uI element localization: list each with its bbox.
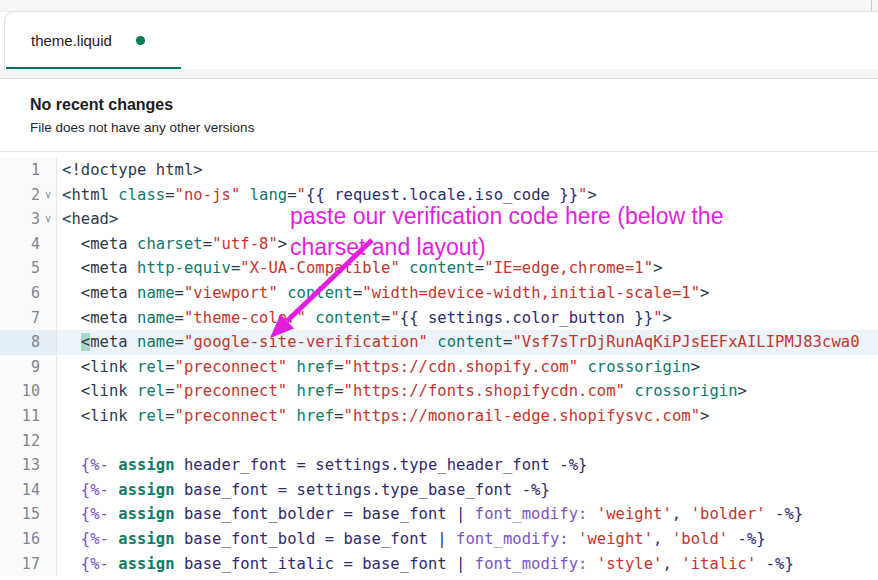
gutter: 14 [0,478,57,503]
version-panel: No recent changes File does not have any… [0,79,878,152]
line-number: 12 [0,429,40,454]
fold-spacer [40,330,56,355]
gutter: 1 [0,158,57,183]
fold-spacer [40,478,56,503]
fold-spacer [40,552,56,577]
gutter: 3∨ [0,207,57,232]
code-line-10[interactable]: 10 <link rel="preconnect" href="https://… [0,379,878,404]
gutter: 4 [0,232,57,257]
fold-spacer [40,453,56,478]
code-line-15[interactable]: 15 {%- assign base_font_bolder = base_fo… [0,502,878,527]
fold-spacer [40,355,56,380]
tab-theme-liquid[interactable]: theme.liquid [5,12,175,69]
code-line-9[interactable]: 9 <link rel="preconnect" href="https://c… [0,355,878,380]
line-number: 13 [0,453,40,478]
fold-spacer [40,429,56,454]
code-text[interactable]: <link rel="preconnect" href="https://fon… [57,379,878,404]
code-line-5[interactable]: 5 <meta http-equiv="X-UA-Compatible" con… [0,256,878,281]
fold-spacer [40,527,56,552]
gutter: 16 [0,527,57,552]
line-number: 17 [0,552,40,577]
gutter: 11 [0,404,57,429]
fold-spacer [40,281,56,306]
line-number: 14 [0,478,40,503]
code-line-8[interactable]: 8 <meta name="google-site-verification" … [0,330,878,355]
fold-spacer [40,158,56,183]
code-line-4[interactable]: 4 <meta charset="utf-8"> [0,232,878,257]
gutter: 7 [0,306,57,331]
code-text[interactable]: {%- assign base_font_bolder = base_font … [57,502,878,527]
line-number: 3 [0,207,40,232]
code-text[interactable]: <link rel="preconnect" href="https://mon… [57,404,878,429]
tab-title: theme.liquid [31,32,112,49]
code-text[interactable]: <meta http-equiv="X-UA-Compatible" conte… [57,256,878,281]
version-panel-heading: No recent changes [30,96,878,114]
code-text[interactable]: <html class="no-js" lang="{{ request.loc… [57,183,878,208]
code-line-2[interactable]: 2∨<html class="no-js" lang="{{ request.l… [0,183,878,208]
code-lines: 1<!doctype html>2∨<html class="no-js" la… [0,158,878,576]
fold-spacer [40,379,56,404]
code-line-17[interactable]: 17 {%- assign base_font_italic = base_fo… [0,552,878,577]
fold-chevron-icon[interactable]: ∨ [40,207,56,232]
code-line-1[interactable]: 1<!doctype html> [0,158,878,183]
gutter: 12 [0,429,57,454]
fold-spacer [40,232,56,257]
code-line-14[interactable]: 14 {%- assign base_font = settings.type_… [0,478,878,503]
code-text[interactable]: {%- assign base_font = settings.type_bas… [57,478,878,503]
code-text[interactable]: {%- assign base_font_italic = base_font … [57,552,878,577]
fold-spacer [40,404,56,429]
line-number: 8 [0,330,40,355]
line-number: 4 [0,232,40,257]
version-panel-subtext: File does not have any other versions [30,120,878,135]
line-number: 7 [0,306,40,331]
code-line-11[interactable]: 11 <link rel="preconnect" href="https://… [0,404,878,429]
code-text[interactable] [57,429,878,454]
section-divider-band [0,69,878,79]
line-number: 16 [0,527,40,552]
code-text[interactable]: <head> [57,207,878,232]
code-text[interactable]: <meta charset="utf-8"> [57,232,878,257]
line-number: 5 [0,256,40,281]
gutter: 8 [0,330,57,355]
code-line-7[interactable]: 7 <meta name="theme-color" content="{{ s… [0,306,878,331]
code-line-12[interactable]: 12 [0,429,878,454]
line-number: 9 [0,355,40,380]
line-number: 15 [0,502,40,527]
gutter: 9 [0,355,57,380]
gutter: 6 [0,281,57,306]
line-number: 6 [0,281,40,306]
code-text[interactable]: <!doctype html> [57,158,878,183]
code-text[interactable]: <meta name="viewport" content="width=dev… [57,281,878,306]
code-text[interactable]: {%- assign header_font = settings.type_h… [57,453,878,478]
fold-spacer [40,256,56,281]
code-line-13[interactable]: 13 {%- assign header_font = settings.typ… [0,453,878,478]
line-number: 11 [0,404,40,429]
code-editor[interactable]: 1<!doctype html>2∨<html class="no-js" la… [0,153,878,580]
code-text[interactable]: <link rel="preconnect" href="https://cdn… [57,355,878,380]
gutter: 15 [0,502,57,527]
line-number: 2 [0,183,40,208]
page-scrollbar[interactable] [871,0,872,11]
line-number: 10 [0,379,40,404]
code-line-6[interactable]: 6 <meta name="viewport" content="width=d… [0,281,878,306]
code-line-16[interactable]: 16 {%- assign base_font_bold = base_font… [0,527,878,552]
code-text[interactable]: {%- assign base_font_bold = base_font | … [57,527,878,552]
gutter: 10 [0,379,57,404]
code-line-3[interactable]: 3∨<head> [0,207,878,232]
fold-spacer [40,306,56,331]
code-text[interactable]: <meta name="google-site-verification" co… [57,330,878,355]
unsaved-changes-dot-icon [136,36,145,45]
gutter: 17 [0,552,57,577]
fold-chevron-icon[interactable]: ∨ [40,183,56,208]
code-text[interactable]: <meta name="theme-color" content="{{ set… [57,306,878,331]
line-number: 1 [0,158,40,183]
tab-bar: theme.liquid [4,11,878,70]
fold-spacer [40,502,56,527]
gutter: 5 [0,256,57,281]
gutter: 2∨ [0,183,57,208]
gutter: 13 [0,453,57,478]
